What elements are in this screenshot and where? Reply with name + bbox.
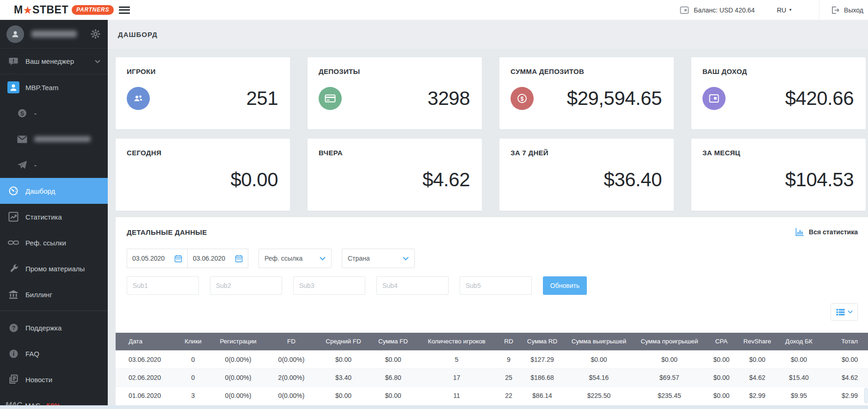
table-row: 03.06.202000(0.00%)0(0.00%)$0.00$0.0059$…	[116, 350, 868, 368]
topbar: M★STBET PARTNERS Баланс: USD 420.64 RU ▼…	[0, 0, 868, 20]
table-cell: $4.62	[738, 368, 777, 386]
table-cell: $235.45	[634, 386, 705, 404]
nav-label: Статистика	[25, 213, 62, 221]
column-header: CPA	[705, 333, 738, 350]
nav-label: FAQ	[25, 350, 39, 358]
sub1-input[interactable]	[127, 276, 199, 295]
sidebar: Ваш менеджер MBP.Team S - - Дашборд	[0, 20, 108, 409]
brand-logo[interactable]: M★STBET PARTNERS	[0, 0, 108, 20]
stat-card-players: ИГРОКИ 251	[116, 57, 290, 129]
date-to-input[interactable]	[193, 255, 232, 262]
column-header: Количество игроков	[416, 333, 497, 350]
bank-icon	[6, 290, 20, 299]
dollar-icon: $	[511, 87, 534, 110]
sidebar-item-statistics[interactable]: Статистика	[0, 204, 108, 230]
table-cell: $0.00	[705, 350, 738, 368]
logo-letter: M	[14, 4, 23, 16]
menu-toggle-icon[interactable]	[119, 6, 130, 14]
calendar-icon[interactable]	[235, 255, 243, 262]
star-icon: ★	[24, 5, 32, 16]
refresh-button[interactable]: Обновить	[543, 276, 587, 295]
table-cell: $0.00	[370, 386, 416, 404]
all-statistics-link[interactable]: Вся статистика	[795, 227, 858, 237]
table-cell: $225.50	[564, 386, 634, 404]
svg-text:S: S	[20, 110, 24, 117]
card-label: СУММА ДЕПОЗИТОВ	[511, 67, 662, 75]
table-cell: 02.06.2020	[116, 368, 176, 386]
column-header: Регистрации	[210, 333, 266, 350]
vertical-scrollbar-thumb[interactable]	[864, 388, 868, 403]
column-header: Сумма выигрышей	[564, 333, 634, 350]
sidebar-item-dashboard[interactable]: Дашборд	[0, 178, 108, 204]
country-select[interactable]: Страна	[342, 249, 415, 268]
sub5-input[interactable]	[460, 276, 532, 295]
wrench-icon	[6, 264, 20, 274]
table-cell: 0(0.00%)	[210, 386, 266, 404]
sub3-input[interactable]	[293, 276, 365, 295]
card-value: $29,594.65	[567, 87, 662, 110]
stat-card-7days: ЗА 7 ДНЕЙ $36.40	[499, 139, 674, 211]
calendar-icon[interactable]	[174, 255, 182, 262]
sidebar-item-support[interactable]: ? Поддержка	[0, 315, 108, 341]
sub2-input[interactable]	[210, 276, 282, 295]
horizontal-scrollbar[interactable]	[0, 405, 868, 409]
column-settings-button[interactable]	[831, 303, 858, 321]
nav-label: Промо материалы	[25, 265, 85, 273]
sidebar-item-news[interactable]: Новости	[0, 366, 108, 392]
wallet-icon	[680, 6, 689, 14]
table-cell: $15.40	[777, 368, 821, 386]
column-header: Доход БК	[777, 333, 821, 350]
chevron-down-icon	[320, 256, 326, 261]
table-cell: $0.00	[777, 350, 821, 368]
table-cell: $0.00	[564, 350, 634, 368]
blurred-email	[34, 136, 91, 142]
date-from-input[interactable]	[132, 255, 171, 262]
table-cell: 0(0.00%)	[266, 386, 317, 404]
players-icon	[127, 87, 150, 110]
table-cell: 01.06.2020	[116, 386, 176, 404]
card-value: $0.00	[230, 169, 278, 191]
logout-icon	[831, 6, 840, 15]
stats-chart-icon	[6, 212, 20, 222]
language-code: RU	[777, 6, 786, 14]
logout-button[interactable]: Выход	[819, 0, 868, 20]
sidebar-item-faq[interactable]: FAQ	[0, 341, 108, 366]
column-header: Сумма проигрышей	[634, 333, 705, 350]
stat-card-income: ВАШ ДОХОД $420.66	[691, 57, 866, 129]
chat-exclamation-icon	[6, 57, 20, 66]
chevron-down-icon	[403, 256, 409, 261]
avatar[interactable]	[6, 25, 24, 43]
sidebar-item-manager[interactable]: Ваш менеджер	[0, 49, 108, 74]
question-circle-icon: ?	[6, 323, 20, 333]
card-label: ЗА МЕСЯЦ	[702, 149, 854, 157]
language-selector[interactable]: RU ▼	[777, 6, 792, 14]
table-cell: 0	[176, 368, 210, 386]
table-cell: $0.00	[317, 386, 370, 404]
chevron-down-icon	[95, 60, 100, 63]
card-label: ВАШ ДОХОД	[702, 67, 854, 75]
table-cell: $69.57	[634, 368, 705, 386]
blurred-username	[31, 31, 77, 37]
stat-card-month: ЗА МЕСЯЦ $104.53	[691, 139, 866, 211]
column-header: Клики	[176, 333, 210, 350]
ref-link-select[interactable]: Реф. ссылка	[259, 249, 332, 268]
bar-chart-icon	[795, 227, 804, 237]
profile-row	[0, 20, 108, 49]
settings-button[interactable]	[91, 29, 100, 39]
date-to-field[interactable]	[187, 249, 248, 268]
all-statistics-label: Вся статистика	[809, 228, 858, 236]
manager-team-label: MBP.Team	[25, 84, 58, 92]
table-cell: $0.00	[634, 350, 705, 368]
sidebar-item-billing[interactable]: Биллинг	[0, 281, 108, 307]
deposit-card-icon	[319, 87, 342, 110]
column-header: RD	[497, 333, 520, 350]
table-columns-icon	[836, 309, 845, 316]
table-cell: $6.80	[370, 368, 416, 386]
nav-label: Дашборд	[25, 187, 55, 195]
sidebar-item-ref-links[interactable]: Реф. ссылки	[0, 230, 108, 256]
telegram-value: -	[34, 161, 37, 169]
date-from-field[interactable]	[127, 249, 188, 268]
table-row: 01.06.202030(0.00%)0(0.00%)$0.00$0.00112…	[116, 386, 868, 404]
sub4-input[interactable]	[376, 276, 449, 295]
sidebar-item-promo[interactable]: Промо материалы	[0, 256, 108, 281]
